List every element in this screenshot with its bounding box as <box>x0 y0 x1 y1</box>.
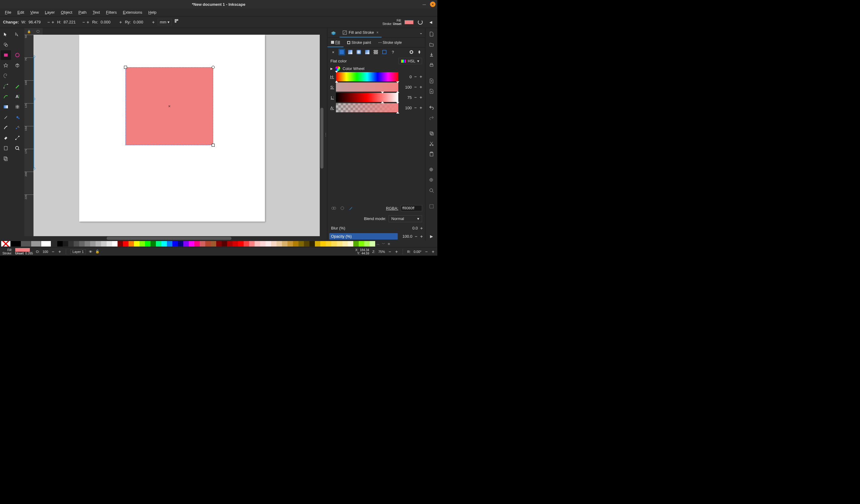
palette-swatch[interactable] <box>282 241 287 247</box>
paste-icon[interactable] <box>427 150 436 158</box>
menu-edit[interactable]: Edit <box>15 10 27 15</box>
minimize-button[interactable]: — <box>421 1 427 7</box>
subtab-stroke-style[interactable]: ⋯Stroke style <box>375 38 405 47</box>
palette-black[interactable] <box>11 241 21 247</box>
hole-nonzero[interactable] <box>416 49 423 55</box>
dropper-tool[interactable] <box>1 112 11 122</box>
paint-radial-gradient[interactable] <box>355 49 362 55</box>
expand-panel-icon[interactable]: ◀ <box>427 18 434 26</box>
palette-swatch[interactable] <box>101 241 106 247</box>
s-minus[interactable]: − <box>414 85 417 89</box>
palette-menu-icon[interactable]: ≡ <box>386 242 392 246</box>
layer-lock-icon[interactable]: 🔓 <box>95 250 100 253</box>
undo-icon[interactable] <box>427 103 436 112</box>
spiral-tool[interactable] <box>1 71 11 81</box>
zoom-drawing-icon[interactable] <box>427 176 436 184</box>
new-doc-icon[interactable] <box>427 30 436 38</box>
menu-object[interactable]: Object <box>58 10 75 15</box>
palette-gray[interactable] <box>31 241 41 247</box>
palette-swatch[interactable] <box>211 241 216 247</box>
text-tool[interactable]: A <box>12 92 23 101</box>
import-icon[interactable] <box>427 77 436 85</box>
rgba-input[interactable] <box>401 205 422 211</box>
palette-swatch[interactable] <box>178 241 183 247</box>
rotation-value[interactable]: 0.00° <box>414 250 421 253</box>
scrollbar-vertical[interactable] <box>320 35 324 236</box>
menu-path[interactable]: Path <box>76 10 89 15</box>
palette-swatch[interactable] <box>299 241 304 247</box>
colorspace-selector[interactable]: HSL▾ <box>398 58 422 64</box>
opacity-plus[interactable]: + <box>420 234 423 239</box>
palette-swatch[interactable] <box>353 241 359 247</box>
out-of-gamut-icon[interactable] <box>339 205 346 211</box>
export-icon[interactable] <box>427 87 436 95</box>
palette-swatch[interactable] <box>249 241 255 247</box>
hole-even-odd[interactable] <box>408 49 415 55</box>
palette-swatch[interactable] <box>172 241 178 247</box>
palette-swatch[interactable] <box>293 241 299 247</box>
paint-mesh[interactable] <box>364 49 371 55</box>
unit-selector[interactable]: mm▾ <box>158 19 172 25</box>
palette-swatch[interactable] <box>183 241 189 247</box>
eraser-tool[interactable] <box>1 133 11 143</box>
o-minus[interactable]: − <box>51 249 55 254</box>
connector-tool[interactable] <box>12 133 23 143</box>
more-commands-icon[interactable]: ▶ <box>427 232 436 240</box>
palette-swatch[interactable] <box>233 241 238 247</box>
rx-plus[interactable]: + <box>119 20 123 25</box>
palette-swatch[interactable] <box>63 241 68 247</box>
height-input[interactable] <box>62 19 81 25</box>
corner-radius-handle[interactable] <box>212 66 215 69</box>
rx-input[interactable] <box>99 19 117 25</box>
selected-rectangle[interactable]: × <box>126 67 213 145</box>
palette-swatch[interactable] <box>287 241 293 247</box>
panel-tab-fill-stroke[interactable]: Fill and Stroke × <box>340 28 382 38</box>
layer-selector[interactable]: Layer 1 <box>70 249 86 254</box>
palette-swatch[interactable] <box>117 241 123 247</box>
paint-bucket-tool[interactable] <box>12 112 23 122</box>
palette-swatch[interactable] <box>200 241 205 247</box>
status-fill-swatch[interactable] <box>15 248 30 252</box>
palette-none[interactable] <box>1 241 10 247</box>
zoom-page-icon[interactable] <box>427 186 436 195</box>
palette-swatch[interactable] <box>337 241 342 247</box>
menu-view[interactable]: View <box>28 10 41 15</box>
palette-swatch[interactable] <box>79 241 85 247</box>
palette-swatch[interactable] <box>331 241 337 247</box>
palette-white[interactable] <box>41 241 51 247</box>
pages-tool[interactable] <box>1 154 11 163</box>
l-plus[interactable]: + <box>419 95 423 100</box>
paint-none[interactable]: × <box>330 49 336 55</box>
shape-builder-tool[interactable] <box>1 40 11 49</box>
palette-swatch[interactable] <box>304 241 310 247</box>
blur-label[interactable]: Blur (%) <box>329 225 403 231</box>
palette-swatch[interactable] <box>271 241 276 247</box>
palette-next[interactable]: ﹀ <box>381 242 386 246</box>
palette-swatch[interactable] <box>167 241 172 247</box>
r-plus[interactable]: + <box>431 249 435 254</box>
subtab-fill[interactable]: Fill <box>327 38 344 47</box>
pencil-tool[interactable] <box>12 81 23 91</box>
palette-swatch[interactable] <box>134 241 140 247</box>
copy-icon[interactable] <box>427 129 436 137</box>
w-plus[interactable]: + <box>51 20 55 25</box>
panel-menu-icon[interactable]: ⌄ <box>417 30 425 35</box>
palette-swatch[interactable] <box>315 241 320 247</box>
menu-help[interactable]: Help <box>146 10 159 15</box>
palette-swatch[interactable] <box>244 241 249 247</box>
open-icon[interactable] <box>427 40 436 49</box>
hue-slider[interactable] <box>336 72 398 81</box>
palette-swatch[interactable] <box>359 241 364 247</box>
zoom-value[interactable]: 75% <box>378 250 385 253</box>
resize-handle-br[interactable] <box>212 144 215 147</box>
menu-layer[interactable]: Layer <box>42 10 57 15</box>
palette-swatch[interactable] <box>106 241 112 247</box>
calligraphy-tool[interactable] <box>1 92 11 101</box>
z-plus[interactable]: + <box>395 249 398 254</box>
palette-swatch[interactable] <box>216 241 222 247</box>
paint-swatch[interactable] <box>381 49 388 55</box>
palette-swatch[interactable] <box>161 241 167 247</box>
lightness-slider[interactable] <box>336 93 398 102</box>
close-button[interactable]: × <box>430 1 435 7</box>
close-tab-icon[interactable]: × <box>376 30 378 35</box>
